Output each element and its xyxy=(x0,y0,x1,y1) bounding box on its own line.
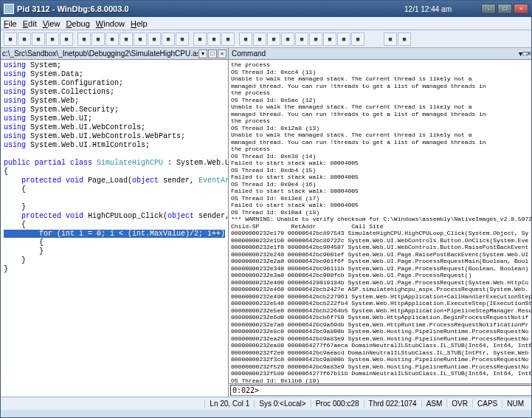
toolbar-open-icon[interactable]: ■ xyxy=(4,32,17,46)
clock: 12/1 12:44 am xyxy=(404,5,452,13)
toolbar-opt-icon[interactable]: ■ xyxy=(384,32,397,46)
toolbar-watch-icon[interactable]: ■ xyxy=(267,32,280,46)
close-button[interactable]: × xyxy=(514,4,528,14)
command-title: Command xyxy=(232,49,519,58)
toolbar-font-icon[interactable]: ■ xyxy=(221,32,235,46)
toolbar-paste-icon[interactable]: ■ xyxy=(60,32,73,46)
toolbar-stop-icon[interactable]: ■ xyxy=(162,32,175,46)
source-code[interactable]: using System; using System.Data; using S… xyxy=(1,60,228,397)
toolbar-save-icon[interactable]: ■ xyxy=(18,32,31,46)
command-input-row xyxy=(229,383,532,397)
status-ln: Ln 20, Col 1 xyxy=(204,400,254,408)
toolbar-step-over-icon[interactable]: ■ xyxy=(106,32,119,46)
toolbar-local-icon[interactable]: ■ xyxy=(281,32,294,46)
source-pane: c:\_Src\Sandbox\_Inetpub\Debugging2\Simu… xyxy=(1,48,229,397)
toolbar-copy-icon[interactable]: ■ xyxy=(46,32,59,46)
toolbar-asm-icon[interactable]: ■ xyxy=(207,32,221,46)
toolbar-reg-icon[interactable]: ■ xyxy=(295,32,308,46)
toolbar-step-into-icon[interactable]: ■ xyxy=(91,32,105,46)
pane-menu-icon[interactable]: ▾ xyxy=(198,49,207,58)
toolbar-disasm-icon[interactable]: ■ xyxy=(309,32,322,46)
minimize-button[interactable]: - xyxy=(481,4,496,14)
toolbar-proc-icon[interactable]: ■ xyxy=(337,32,350,46)
titlebar: Pid 3112 - WinDbg:6.8.0003.0 12/1 12:44 … xyxy=(1,1,531,17)
status-proc: Proc 000:c28 xyxy=(311,400,364,408)
status-caps: CAPS xyxy=(472,400,502,408)
menu-help[interactable]: Help xyxy=(131,19,148,28)
toolbar-go-icon[interactable]: ■ xyxy=(77,32,91,46)
menu-view[interactable]: View xyxy=(43,19,61,28)
menu-file[interactable]: File xyxy=(4,19,17,28)
status-asm: ASM xyxy=(421,400,447,408)
maximize-button[interactable]: □ xyxy=(497,4,512,14)
toolbar-break-icon[interactable]: ■ xyxy=(148,32,161,46)
status-sys: Sys 0:<Local> xyxy=(254,400,310,408)
status-thrd: Thrd 022:1074 xyxy=(364,400,421,408)
command-pane-header: Command ▾ □ × xyxy=(229,48,532,60)
toolbar-src-icon[interactable]: ■ xyxy=(193,32,207,46)
toolbar: ■■■■■■■■■■■■■■■■■■■■■■■■■■■ xyxy=(1,30,531,48)
statusbar: Ln 20, Col 1 Sys 0:<Local> Proc 000:c28 … xyxy=(1,397,531,410)
menubar: File Edit View Debug Window Help xyxy=(1,17,531,30)
source-pane-header: c:\_Src\Sandbox\_Inetpub\Debugging2\Simu… xyxy=(1,48,228,60)
toolbar-step-out-icon[interactable]: ■ xyxy=(120,32,133,46)
menu-debug[interactable]: Debug xyxy=(66,19,89,28)
toolbar-thread-icon[interactable]: ■ xyxy=(351,32,365,46)
pane-close-icon[interactable]: × xyxy=(218,49,227,58)
status-ovr: OVR xyxy=(446,400,472,408)
status-num: NUM xyxy=(502,400,528,408)
menu-window[interactable]: Window xyxy=(96,19,125,28)
toolbar-restart-icon[interactable]: ■ xyxy=(176,32,189,46)
toolbar-run-icon[interactable]: ■ xyxy=(134,32,147,46)
window-title: Pid 3112 - WinDbg:6.8.0003.0 xyxy=(17,4,404,13)
toolbar-cmd-icon[interactable]: ■ xyxy=(323,32,336,46)
command-output[interactable]: the process OS Thread Id: 0xcc4 (11) Una… xyxy=(229,60,532,383)
command-pane: Command ▾ □ × the process OS Thread Id: … xyxy=(229,48,532,397)
app-icon xyxy=(4,4,14,14)
toolbar-call-icon[interactable]: ■ xyxy=(253,32,266,46)
pane-restore-icon[interactable]: □ xyxy=(208,49,217,58)
menu-edit[interactable]: Edit xyxy=(23,19,37,28)
command-input[interactable] xyxy=(230,385,532,396)
toolbar-mem-icon[interactable]: ■ xyxy=(239,32,252,46)
source-file-path: c:\_Src\Sandbox\_Inetpub\Debugging2\Simu… xyxy=(2,49,198,58)
toolbar-cut-icon[interactable]: ■ xyxy=(32,32,45,46)
toolbar-help-icon[interactable]: ■ xyxy=(398,32,411,46)
pane-close-icon[interactable]: × xyxy=(527,49,531,58)
